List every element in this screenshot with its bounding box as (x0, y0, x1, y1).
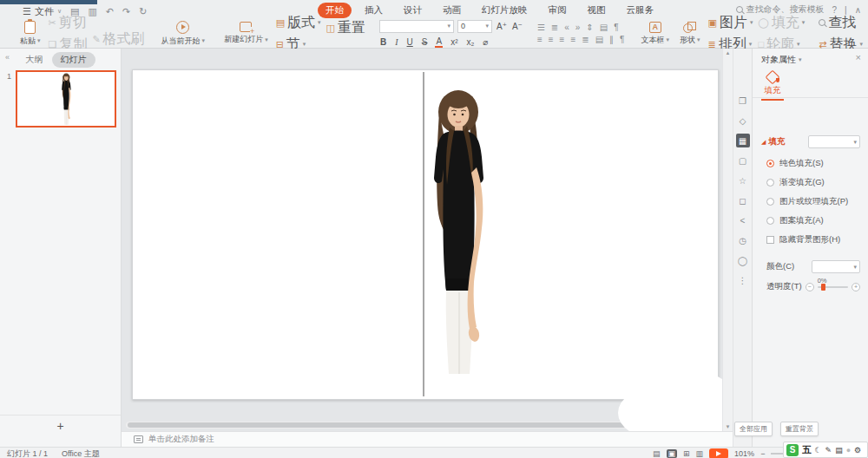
numbering-button[interactable]: ≣ (551, 23, 558, 32)
columns-button[interactable]: ▤ (595, 35, 603, 44)
notes-toggle-icon[interactable]: ▤ (653, 449, 661, 458)
redo-icon[interactable]: ↷ (122, 6, 130, 17)
sogou-logo-icon[interactable]: S (786, 444, 799, 456)
normal-view-icon[interactable]: ▣ (667, 449, 678, 458)
font-family-combo[interactable]: ▾ (379, 20, 454, 33)
tab-slideshow[interactable]: 幻灯片放映 (474, 3, 536, 18)
increase-indent-button[interactable]: » (575, 23, 581, 32)
tab-animation[interactable]: 动画 (435, 3, 469, 18)
layout-button[interactable]: ▤ 版式▾ (276, 14, 321, 32)
notes-bar[interactable]: 单击此处添加备注 (122, 431, 752, 447)
reset-button[interactable]: ◫ 重置 (326, 19, 365, 37)
vertical-scrollbar[interactable]: ▲ ▼ (722, 49, 733, 431)
rail-history-icon[interactable]: ◷ (736, 233, 750, 247)
font-size-combo[interactable]: 0▾ (457, 20, 492, 33)
vertical-text-button[interactable]: ∥ (609, 35, 614, 44)
zoom-out-button[interactable]: − (760, 449, 765, 458)
paragraph-dialog-button[interactable]: ¶ (614, 23, 618, 32)
color-picker-combo[interactable]: ▾ (812, 260, 860, 273)
rail-apps-icon[interactable]: ⋮ (736, 273, 750, 287)
find-button[interactable]: 查找 (819, 14, 863, 32)
zoom-level[interactable]: 101% (734, 449, 754, 458)
text-direction-button[interactable]: ▤ (600, 23, 608, 32)
pen-input-icon[interactable]: ✎ (825, 446, 832, 455)
slide-thumbnail[interactable] (16, 70, 116, 128)
line-spacing-button[interactable]: ⇕ (586, 23, 593, 32)
fill-preview-combo[interactable]: ▾ (808, 135, 860, 148)
option-picture-fill[interactable]: 图片或纹理填充(P) (766, 196, 848, 207)
hscroll-thumb[interactable] (128, 422, 700, 428)
increase-font-button[interactable]: A⁺ (496, 22, 508, 31)
rail-layout-icon[interactable]: ▢ (736, 154, 750, 167)
rail-favorites-icon[interactable]: ☆ (736, 173, 750, 187)
slideshow-play-button[interactable] (709, 448, 728, 458)
toolbox-icon[interactable]: ⚙ (854, 446, 861, 455)
justify-button[interactable]: ≡ (570, 35, 575, 44)
rail-shapes-icon[interactable]: ◇ (736, 114, 750, 128)
decrease-indent-button[interactable]: « (564, 23, 569, 32)
transparency-minus-button[interactable]: − (806, 283, 814, 291)
scroll-up-icon[interactable]: ▲ (726, 50, 731, 56)
paragraph-more-button[interactable]: ¶ (620, 35, 624, 44)
apply-to-all-button[interactable]: 全部应用 (734, 422, 773, 436)
decrease-font-button[interactable]: A⁻ (511, 22, 523, 31)
undo-icon[interactable]: ↶ (106, 6, 114, 17)
superscript-button[interactable]: x² (450, 37, 458, 47)
add-slide-button[interactable]: + (0, 415, 121, 435)
keyboard-icon[interactable]: ▤ (835, 446, 843, 455)
play-from-current-button[interactable]: 从当前开始▾ (159, 21, 208, 47)
shapes-button[interactable]: 形状▾ (677, 22, 703, 46)
horizontal-scrollbar[interactable] (126, 422, 716, 429)
rail-properties-icon[interactable]: ❐ (736, 94, 750, 108)
tab-cloud[interactable]: 云服务 (619, 3, 662, 18)
tab-slides[interactable]: 幻灯片 (52, 52, 95, 68)
clear-format-button[interactable]: ⌀ (482, 37, 489, 47)
woman-photo[interactable] (424, 88, 494, 374)
panel-title[interactable]: 对象属性 ▾ (761, 54, 802, 66)
tab-view[interactable]: 视图 (580, 3, 614, 18)
rail-comment-icon[interactable]: ◻ (736, 193, 750, 207)
italic-button[interactable]: I (394, 37, 398, 47)
scroll-down-icon[interactable]: ▼ (726, 424, 731, 429)
transparency-slider[interactable]: 0% (818, 286, 848, 288)
option-pattern-fill[interactable]: 图案填充(A) (766, 215, 848, 226)
tab-insert[interactable]: 插入 (357, 3, 391, 18)
align-center-button[interactable]: ≡ (549, 35, 554, 44)
option-gradient-fill[interactable]: 渐变填充(G) (766, 177, 848, 188)
tab-outline[interactable]: 大纲 (26, 54, 43, 66)
subscript-button[interactable]: x₂ (465, 37, 475, 47)
transparency-plus-button[interactable]: + (852, 283, 860, 291)
align-left-button[interactable]: ≡ (537, 35, 542, 44)
fill-tab[interactable]: 填充 (760, 69, 786, 101)
theme-name[interactable]: Office 主题 (62, 448, 100, 458)
bold-button[interactable]: B (379, 37, 387, 47)
align-right-button[interactable]: ≡ (560, 35, 565, 44)
print-icon[interactable]: ▥ (88, 6, 96, 17)
tab-review[interactable]: 审阅 (541, 3, 575, 18)
rail-object-fill-icon[interactable]: ▦ (736, 134, 750, 147)
underline-button[interactable]: U (406, 37, 414, 47)
fill-section-title[interactable]: ◢填充 (761, 136, 785, 147)
textbox-button[interactable]: A 文本框▾ (638, 22, 672, 46)
paste-button[interactable]: 粘贴▾ (17, 21, 43, 47)
strikethrough-button[interactable]: S (421, 37, 429, 47)
option-solid-fill[interactable]: 纯色填充(S) (766, 158, 848, 169)
wubi-mode-icon[interactable]: 五 (802, 444, 812, 456)
rail-help-icon[interactable]: ◯ (736, 253, 750, 267)
hide-background-checkbox[interactable]: 隐藏背景图形(H) (766, 234, 848, 245)
tab-home[interactable]: 开始 (318, 3, 352, 18)
distribute-button[interactable]: ≣ (582, 35, 589, 44)
rail-share-icon[interactable]: < (736, 213, 750, 227)
picture-button[interactable]: ▣ 图片▾ (708, 14, 753, 32)
slide-editor-canvas[interactable] (122, 49, 722, 431)
font-color-button[interactable]: A (435, 36, 443, 48)
slide-sorter-icon[interactable]: ⊞ (683, 449, 690, 458)
slide[interactable] (132, 69, 719, 400)
repeat-icon[interactable]: ↻ (139, 6, 147, 17)
panel-close-icon[interactable]: × (856, 52, 861, 62)
format-painter-button[interactable]: ✎ 格式刷 (92, 30, 144, 49)
reading-view-icon[interactable]: ▥ (696, 449, 704, 458)
moon-mode-icon[interactable]: ☾ (815, 446, 822, 455)
transparency-slider-handle[interactable] (821, 284, 825, 291)
account-icon[interactable]: ● (846, 446, 851, 455)
